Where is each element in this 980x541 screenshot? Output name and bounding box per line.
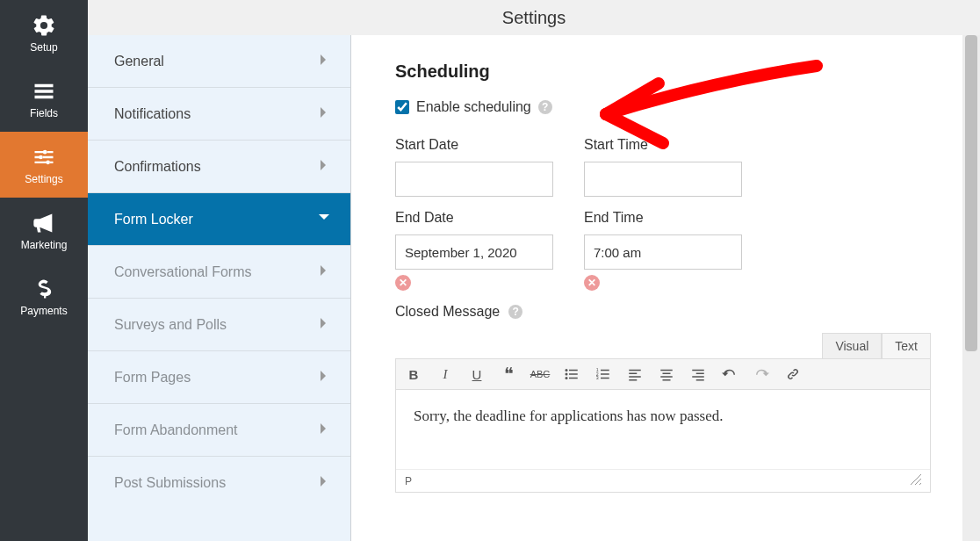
clear-end-time-button[interactable]: ✕ xyxy=(584,275,600,291)
submenu-label: General xyxy=(114,54,164,69)
end-date-field: End Date ✕ xyxy=(395,210,553,291)
editor-tab-text[interactable]: Text xyxy=(882,333,931,359)
end-time-input[interactable] xyxy=(584,234,742,270)
end-date-input[interactable] xyxy=(395,234,553,270)
editor-toolbar: B I U ❝ ABC 123 xyxy=(396,359,930,390)
link-button[interactable] xyxy=(784,365,802,383)
nav-label: Settings xyxy=(25,173,62,185)
main-content: Scheduling Enable scheduling ? Start Dat… xyxy=(369,35,957,541)
submenu-label: Surveys and Polls xyxy=(114,317,227,332)
nav-label: Setup xyxy=(30,41,57,54)
nav-setup[interactable]: Setup xyxy=(0,0,88,66)
align-center-button[interactable] xyxy=(658,365,675,383)
svg-rect-22 xyxy=(663,379,671,381)
nav-label: Payments xyxy=(20,305,67,317)
align-left-button[interactable] xyxy=(626,365,644,383)
svg-rect-10 xyxy=(601,370,609,371)
enable-scheduling-label: Enable scheduling xyxy=(416,99,531,115)
svg-text:3: 3 xyxy=(596,375,599,380)
svg-point-7 xyxy=(566,377,568,379)
chevron-right-icon xyxy=(320,88,328,141)
nav-payments[interactable]: Payments xyxy=(0,263,88,329)
nav-settings[interactable]: Settings xyxy=(0,132,88,198)
start-date-input[interactable] xyxy=(395,162,553,197)
nav-marketing[interactable]: Marketing xyxy=(0,198,88,263)
submenu-surveys-polls[interactable]: Surveys and Polls xyxy=(88,299,350,351)
nav-label: Marketing xyxy=(21,239,68,251)
sliders-icon xyxy=(32,145,56,170)
submenu-form-locker[interactable]: Form Locker xyxy=(88,193,350,246)
bold-button[interactable]: B xyxy=(405,365,422,383)
svg-rect-23 xyxy=(692,370,704,371)
nav-label: Fields xyxy=(30,107,58,119)
submenu-label: Conversational Forms xyxy=(114,264,252,279)
undo-button[interactable] xyxy=(721,365,739,383)
resize-handle-icon[interactable] xyxy=(909,470,921,492)
svg-point-3 xyxy=(566,369,568,371)
italic-button[interactable]: I xyxy=(436,365,454,383)
nav-fields[interactable]: Fields xyxy=(0,66,88,132)
align-right-button[interactable] xyxy=(689,365,707,383)
start-time-field: Start Time xyxy=(584,137,742,197)
svg-rect-17 xyxy=(629,376,641,378)
svg-point-2 xyxy=(46,160,50,164)
submenu-form-abandonment[interactable]: Form Abandonment xyxy=(88,404,350,457)
chevron-right-icon xyxy=(320,457,328,509)
help-icon[interactable]: ? xyxy=(538,100,552,114)
blockquote-button[interactable]: ❝ xyxy=(500,365,517,383)
submenu-label: Notifications xyxy=(114,106,191,121)
submenu-label: Form Abandonment xyxy=(114,422,238,437)
svg-rect-8 xyxy=(569,378,578,379)
svg-rect-15 xyxy=(629,370,641,371)
closed-message-label: Closed Message xyxy=(395,304,500,320)
svg-rect-16 xyxy=(629,373,637,375)
editor-tab-visual[interactable]: Visual xyxy=(822,333,882,359)
chevron-right-icon xyxy=(320,299,328,351)
vertical-scrollbar[interactable] xyxy=(962,35,980,541)
help-icon[interactable]: ? xyxy=(508,305,522,319)
svg-rect-21 xyxy=(660,376,673,378)
redo-button[interactable] xyxy=(753,365,770,383)
start-date-field: Start Date xyxy=(395,137,553,197)
chevron-right-icon xyxy=(320,35,328,88)
gear-icon xyxy=(32,13,56,38)
svg-rect-12 xyxy=(601,373,609,375)
scrollbar-thumb[interactable] xyxy=(965,35,977,351)
submenu-general[interactable]: General xyxy=(88,35,350,88)
underline-button[interactable]: U xyxy=(468,365,486,383)
svg-rect-6 xyxy=(569,373,578,375)
svg-rect-18 xyxy=(629,379,637,381)
submenu-label: Form Locker xyxy=(114,212,193,227)
svg-rect-26 xyxy=(696,379,704,381)
svg-point-1 xyxy=(39,155,43,159)
numbered-list-button[interactable]: 123 xyxy=(594,365,612,383)
submenu-label: Confirmations xyxy=(114,159,201,174)
svg-point-0 xyxy=(43,149,47,154)
svg-rect-25 xyxy=(692,376,704,378)
list-icon xyxy=(32,79,56,104)
editor-body[interactable]: Sorry, the deadline for applications has… xyxy=(396,390,930,469)
submenu-post-submissions[interactable]: Post Submissions xyxy=(88,457,350,509)
editor-status-bar: P xyxy=(396,469,930,492)
svg-rect-20 xyxy=(663,373,671,375)
svg-rect-24 xyxy=(696,373,704,375)
end-time-field: End Time ✕ xyxy=(584,210,742,291)
bulleted-list-button[interactable] xyxy=(563,365,580,383)
start-time-label: Start Time xyxy=(584,137,742,153)
chevron-right-icon xyxy=(320,404,328,457)
clear-end-date-button[interactable]: ✕ xyxy=(395,275,411,291)
submenu-notifications[interactable]: Notifications xyxy=(88,88,350,141)
leftnav: Setup Fields Settings Marketing Payments xyxy=(0,0,88,541)
svg-point-5 xyxy=(566,373,568,376)
chevron-down-icon xyxy=(320,193,328,246)
start-time-input[interactable] xyxy=(584,162,742,197)
submenu-conversational-forms[interactable]: Conversational Forms xyxy=(88,246,350,299)
strikethrough-button[interactable]: ABC xyxy=(531,365,549,383)
submenu-confirmations[interactable]: Confirmations xyxy=(88,141,350,193)
rich-text-editor: B I U ❝ ABC 123 Sorry, the deadline for … xyxy=(395,358,931,493)
svg-rect-4 xyxy=(569,370,578,371)
end-date-label: End Date xyxy=(395,210,553,226)
submenu-form-pages[interactable]: Form Pages xyxy=(88,351,350,404)
enable-scheduling-checkbox[interactable] xyxy=(395,100,409,114)
closed-message-label-row: Closed Message ? xyxy=(395,304,931,320)
